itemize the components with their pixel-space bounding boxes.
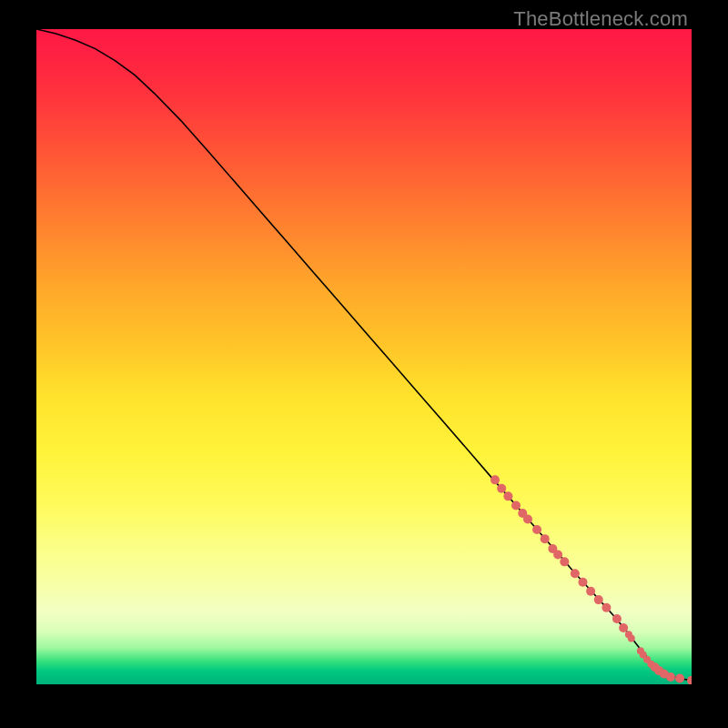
data-point-marker: [571, 569, 580, 578]
data-point-marker: [497, 484, 506, 493]
data-point-marker: [612, 614, 622, 623]
line-series: [36, 29, 692, 681]
data-point-marker: [594, 595, 603, 604]
curve-layer: [36, 29, 692, 684]
chart-container: TheBottleneck.com: [0, 0, 728, 728]
data-point-marker: [602, 603, 611, 612]
data-point-marker: [628, 635, 635, 642]
plot-area: [36, 29, 692, 684]
data-point-marker: [586, 587, 595, 596]
scatter-series: [490, 475, 692, 684]
data-point-marker: [553, 550, 562, 559]
data-point-marker: [560, 557, 569, 566]
data-point-marker: [541, 534, 550, 543]
data-point-marker: [675, 674, 684, 683]
data-point-marker: [490, 475, 500, 484]
data-point-marker: [503, 491, 512, 500]
data-point-marker: [511, 500, 521, 510]
data-point-marker: [523, 515, 532, 524]
data-point-marker: [666, 672, 675, 682]
attribution-label: TheBottleneck.com: [513, 7, 688, 31]
data-point-marker: [687, 676, 692, 684]
data-point-marker: [578, 578, 587, 587]
data-point-marker: [532, 525, 541, 534]
data-point-marker: [619, 623, 628, 632]
